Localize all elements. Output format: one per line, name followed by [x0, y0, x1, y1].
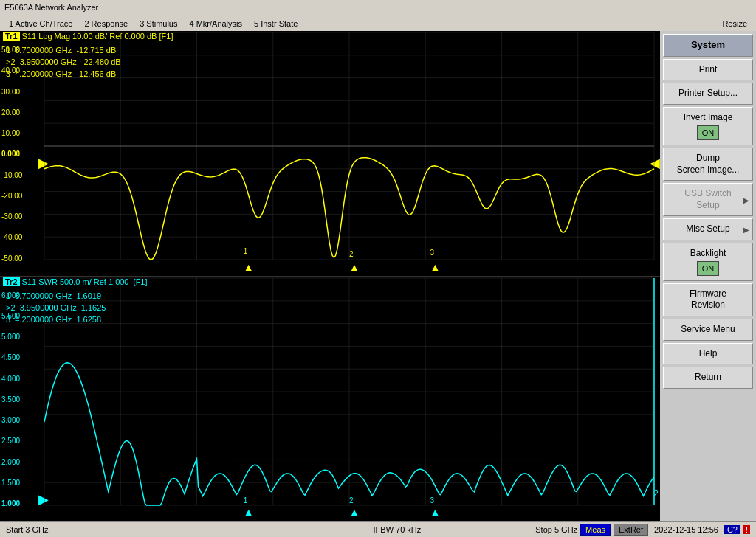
chart-top-plot-area: ▶ ◀ ▲ ▲ ▲ 1 2 3 [38, 31, 660, 276]
sidebar-firmware-btn[interactable]: Firmware Revision [663, 283, 753, 316]
title-bar: E5063A Network Analyzer [0, 0, 756, 15]
canvas-bottom [38, 277, 660, 522]
status-bar: Start 3 GHz IFBW 70 kHz Stop 5 GHz Meas … [0, 521, 756, 537]
status-stop: Stop 5 GHz [535, 525, 577, 534]
meas-button[interactable]: Meas [580, 524, 611, 536]
extref-button: ExtRef [614, 524, 648, 536]
usb-line1: USB Switch [684, 188, 731, 198]
help-icon[interactable]: C? [724, 525, 740, 534]
sidebar-service-menu-btn[interactable]: Service Menu [663, 319, 753, 341]
dump-line2: Screen Image... [667, 164, 749, 176]
exclaim-icon: ! [743, 525, 750, 534]
app-title: E5063A Network Analyzer [4, 3, 98, 12]
sidebar-return-btn[interactable]: Return [663, 367, 753, 389]
datetime: 2022-12-15 12:56 [651, 525, 721, 534]
chart-area: Tr1 S11 Log Mag 10.00 dB/ Ref 0.000 dB [… [0, 31, 660, 521]
menu-mkr[interactable]: 4 Mkr/Analysis [183, 18, 248, 30]
sidebar: System Print Printer Setup... Invert Ima… [660, 31, 756, 521]
misc-setup-arrow-icon: ▶ [743, 225, 749, 235]
resize-button[interactable]: Resize [716, 18, 753, 30]
sidebar-misc-setup-btn[interactable]: Misc Setup ▶ [663, 218, 753, 240]
backlight-on: ON [697, 261, 720, 276]
menu-bar: 1 Active Ch/Trace 2 Response 3 Stimulus … [0, 15, 756, 31]
sidebar-help-btn[interactable]: Help [663, 343, 753, 365]
menu-response[interactable]: 2 Response [78, 18, 134, 30]
sidebar-dump-screen-btn[interactable]: Dump Screen Image... [663, 148, 753, 181]
status-start: Start 3 GHz [0, 525, 265, 534]
chart-bottom: Tr2 S11 SWR 500.0 m/ Ref 1.000 [F1] 6.00… [0, 277, 660, 522]
sidebar-print-btn[interactable]: Print [663, 59, 753, 81]
sidebar-system-btn[interactable]: System [663, 34, 753, 57]
backlight-line1: Backlight [667, 248, 749, 260]
invert-image-line1: Invert Image [667, 112, 749, 124]
main-area: Tr1 S11 Log Mag 10.00 dB/ Ref 0.000 dB [… [0, 31, 756, 521]
y-axis-bottom: 6.000 5.500 5.000 4.500 4.000 3.500 3.00… [1, 291, 38, 508]
firmware-line1: Firmware [667, 288, 749, 300]
y-axis-top: 50.00 40.00 30.00 20.00 10.00 0.000 -10.… [1, 46, 38, 263]
sidebar-printer-setup-label: Printer Setup... [678, 88, 738, 98]
status-right: Stop 5 GHz Meas ExtRef 2022-12-15 12:56 … [529, 524, 756, 536]
menu-stimulus[interactable]: 3 Stimulus [134, 18, 183, 30]
firmware-line2: Revision [667, 299, 749, 311]
chart-bottom-plot-area: ▶ 2 ▲ ▲ ▲ 1 2 3 [38, 277, 660, 522]
dump-line1: Dump [667, 153, 749, 164]
sidebar-invert-image-btn[interactable]: Invert Image ON [663, 107, 753, 145]
sidebar-printer-setup-btn[interactable]: Printer Setup... [663, 83, 753, 105]
misc-setup-label: Misc Setup [686, 224, 729, 234]
canvas-top [38, 31, 660, 276]
sidebar-usb-switch-btn[interactable]: USB Switch Setup ▶ [663, 183, 753, 216]
menu-instr-state[interactable]: 5 Instr State [248, 18, 303, 30]
status-ifbw: IFBW 70 kHz [265, 525, 530, 534]
invert-image-on: ON [697, 125, 720, 140]
menu-active-ch[interactable]: 1 Active Ch/Trace [3, 18, 78, 30]
usb-arrow-icon: ▶ [743, 195, 749, 204]
chart-top: Tr1 S11 Log Mag 10.00 dB/ Ref 0.000 dB [… [0, 31, 660, 277]
usb-line2: Setup [696, 200, 719, 210]
sidebar-backlight-btn[interactable]: Backlight ON [663, 243, 753, 281]
